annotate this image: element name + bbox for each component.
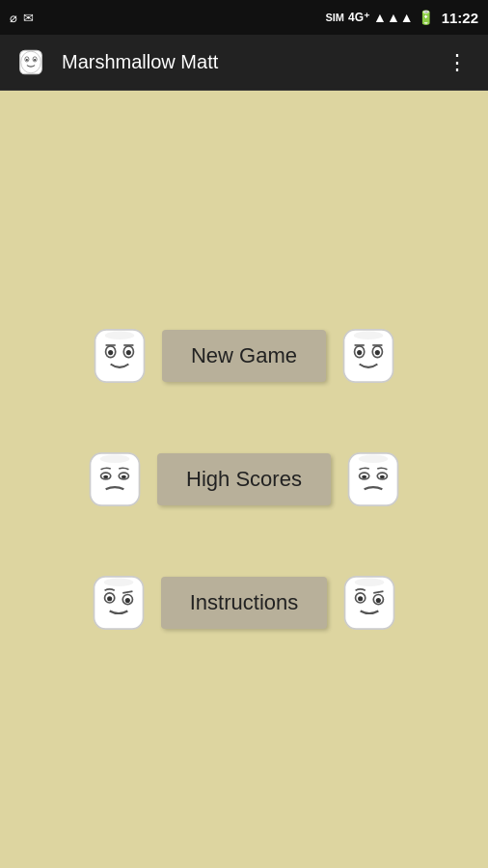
marshmallow-left-1 <box>87 323 152 389</box>
svg-point-23 <box>100 455 130 464</box>
marshmallow-right-3 <box>337 570 402 636</box>
status-left-icons: ⌀ ✉ <box>10 11 34 25</box>
marshmallow-right-1 <box>336 323 401 389</box>
svg-point-32 <box>362 475 366 478</box>
svg-point-26 <box>103 475 108 478</box>
instructions-row: Instructions <box>19 570 469 636</box>
new-game-row: New Game <box>19 323 469 389</box>
svg-point-10 <box>108 350 113 355</box>
svg-point-4 <box>26 58 28 60</box>
svg-point-7 <box>105 332 135 340</box>
high-scores-button[interactable]: High Scores <box>157 453 331 505</box>
headset-icon: ⌀ <box>10 11 17 25</box>
status-right-area: SIM 4G⁺ ▲▲▲ 🔋 11:22 <box>325 10 478 26</box>
svg-point-15 <box>354 332 384 340</box>
svg-point-1 <box>21 51 41 73</box>
svg-point-18 <box>357 350 362 355</box>
app-bar: Marshmallow Matt ⋮ <box>0 35 488 91</box>
svg-point-33 <box>380 475 385 478</box>
overflow-menu-button[interactable]: ⋮ <box>439 42 476 83</box>
signal-icon: 4G⁺ <box>348 11 369 24</box>
svg-point-45 <box>358 596 363 601</box>
marshmallow-left-2 <box>82 447 148 512</box>
svg-point-27 <box>122 475 126 478</box>
marshmallow-right-2 <box>340 447 406 512</box>
new-game-button[interactable]: New Game <box>162 330 326 382</box>
sim-icon: SIM <box>325 12 344 23</box>
marshmallow-left-3 <box>86 570 151 636</box>
battery-icon: 🔋 <box>418 10 434 25</box>
high-scores-row: High Scores <box>19 447 469 512</box>
svg-point-39 <box>125 598 130 603</box>
status-bar: ⌀ ✉ SIM 4G⁺ ▲▲▲ 🔋 11:22 <box>0 0 488 35</box>
main-content: New Game High Score <box>0 91 488 868</box>
app-bar-marshmallow-icon <box>14 45 48 80</box>
app-title: Marshmallow Matt <box>62 51 439 73</box>
svg-point-19 <box>375 350 380 355</box>
svg-point-11 <box>126 350 131 355</box>
svg-point-35 <box>103 579 133 587</box>
svg-point-29 <box>359 455 389 464</box>
time-display: 11:22 <box>442 10 478 26</box>
app-icon <box>12 43 50 82</box>
message-icon: ✉ <box>23 11 34 25</box>
svg-point-38 <box>107 596 112 601</box>
svg-point-42 <box>355 579 385 587</box>
instructions-button[interactable]: Instructions <box>161 577 328 629</box>
wifi-icon: ▲▲▲ <box>373 10 414 25</box>
svg-point-46 <box>376 598 381 603</box>
svg-point-5 <box>34 58 36 60</box>
